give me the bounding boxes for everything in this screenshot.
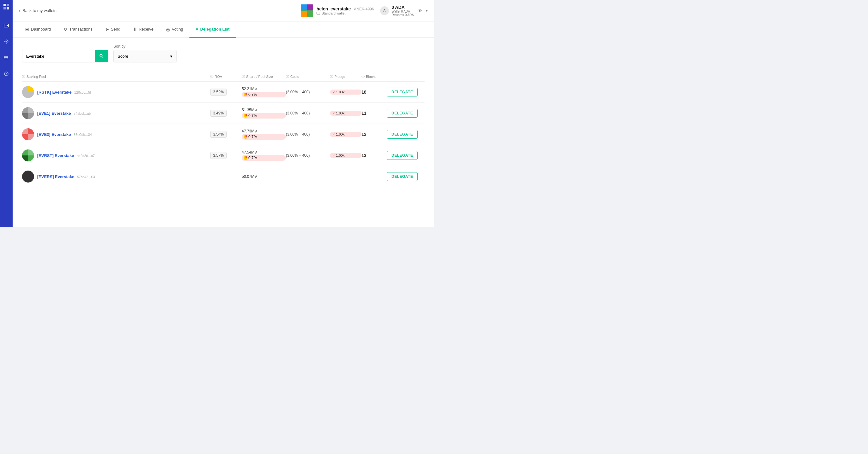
delegate-button[interactable]: DELEGATE [387, 109, 417, 118]
tab-transactions[interactable]: ↺ Transactions [57, 22, 99, 38]
share-cell: 47.54M ₳ 0.7% [242, 150, 286, 161]
wallet-name-text: helen_everstake [316, 6, 351, 11]
delegate-cell: DELEGATE [387, 88, 425, 96]
th-costs: ⓘ Costs [286, 74, 330, 79]
delegate-button[interactable]: DELEGATE [387, 130, 417, 139]
svg-point-6 [6, 41, 7, 42]
pledge-cell: ✓ 1.00k [330, 111, 362, 116]
table-row: [EVE3] Everstake 36e0db...34 3.54% 47.73… [22, 124, 425, 145]
ada-info: ₳ 0 ADA Wallet 0 ADA Rewards 0 ADA 👁 ▾ [380, 5, 428, 17]
share-amount: 52.21M ₳ [242, 87, 286, 91]
tab-voting-label: Voting [172, 27, 183, 32]
share-pct-badge: 0.7% [242, 134, 286, 140]
sidebar-item-wallet[interactable] [2, 21, 11, 31]
tab-send-label: Send [111, 27, 120, 32]
share-pct-badge: 0.7% [242, 113, 286, 119]
pool-name[interactable]: [EVE3] Everstake [37, 132, 71, 137]
pool-cell: [EVE1] Everstake e4abcf...ab [22, 107, 210, 119]
delegate-cell: DELEGATE [387, 151, 425, 160]
blocks-cell: 12 [362, 132, 387, 137]
sidebar-item-stake[interactable] [2, 69, 11, 79]
svg-rect-11 [317, 12, 320, 14]
table-body: [RSTK] Everstake 120ccc...5f 3.52% 52.21… [22, 82, 425, 187]
pledge-badge: ✓ 1.00k [330, 132, 362, 137]
costs-cell: (3.00% + 400) [286, 132, 330, 137]
pool-name[interactable]: [EVRST] Everstake [37, 153, 74, 158]
tab-delegation-list[interactable]: ≡ Delegation List [189, 22, 236, 38]
delegate-cell: DELEGATE [387, 172, 425, 181]
pie-chart-icon [244, 114, 247, 118]
tab-navigation: ⊞ Dashboard ↺ Transactions ➤ Send ⬇ Rece… [12, 22, 434, 38]
pool-logo [22, 128, 34, 140]
ada-total: 0 ADA [392, 5, 414, 10]
share-pct-badge: 0.7% [242, 92, 286, 97]
wallet-type-text: Standard wallet [321, 11, 345, 15]
pool-name[interactable]: [EVERS] Everstake [37, 174, 74, 179]
table-row: [EVRST] Everstake ac2d2d...c7 3.57% 47.5… [22, 145, 425, 166]
delegate-button[interactable]: DELEGATE [387, 172, 417, 181]
search-input[interactable] [22, 50, 95, 62]
pool-name[interactable]: [EVE1] Everstake [37, 111, 71, 116]
pool-cell: [EVERS] Everstake 57cb48...04 [22, 171, 210, 183]
svg-line-13 [102, 57, 103, 58]
pool-logo [22, 149, 34, 161]
sort-chevron-icon: ▾ [170, 54, 173, 59]
pledge-cell: ✓ 1.00k [330, 132, 362, 137]
th-staking-pool: ⓘ Staking Pool [22, 74, 210, 79]
pledge-check-icon: ✓ [333, 90, 335, 94]
delegate-button[interactable]: DELEGATE [387, 151, 417, 160]
receive-icon: ⬇ [133, 27, 137, 32]
search-button[interactable] [95, 50, 108, 62]
wallet-id: ANEK-4996 [354, 7, 374, 11]
dropdown-arrow-icon[interactable]: ▾ [426, 8, 428, 13]
sidebar-item-settings[interactable] [2, 37, 11, 47]
pool-logo [22, 86, 34, 98]
pledge-cell: ✓ 1.00k [330, 153, 362, 158]
share-amount: 51.35M ₳ [242, 108, 286, 112]
tab-receive[interactable]: ⬇ Receive [127, 22, 160, 38]
pool-id: 57cb48...04 [77, 175, 95, 179]
ada-icon: ₳ [380, 6, 389, 15]
voting-icon: ◎ [166, 27, 170, 32]
svg-rect-5 [7, 25, 8, 26]
sort-value: Score [118, 54, 128, 59]
table-header: ⓘ Staking Pool ⓘ ROA ⓘ Share / Pool Size… [22, 72, 425, 82]
tab-send[interactable]: ➤ Send [99, 22, 127, 38]
sort-select[interactable]: Score ▾ [114, 50, 177, 62]
tab-voting[interactable]: ◎ Voting [160, 22, 189, 38]
search-icon [99, 54, 104, 58]
search-sort-row: Sort by: Score ▾ [22, 44, 425, 62]
sidebar-item-cards[interactable] [2, 53, 11, 63]
wallet-type: Standard wallet [316, 11, 374, 15]
pool-id: e4abcf...ab [73, 112, 90, 115]
standard-wallet-icon [316, 11, 320, 15]
ada-amounts: 0 ADA Wallet 0 ADA Rewards 0 ADA [392, 5, 414, 17]
pool-cell: [EVRST] Everstake ac2d2d...c7 [22, 149, 210, 161]
pie-chart-icon [244, 93, 247, 96]
wallet-name: helen_everstake ANEK-4996 [316, 6, 374, 11]
header: ‹ Back to my wallets helen_everstake ANE… [12, 0, 434, 22]
wallet-text: helen_everstake ANEK-4996 Standard walle… [316, 6, 374, 15]
roa-cell: 3.57% [210, 152, 242, 159]
pool-name[interactable]: [RSTK] Everstake [37, 90, 71, 95]
roa-cell: 3.52% [210, 89, 242, 95]
tab-dashboard[interactable]: ⊞ Dashboard [19, 22, 57, 38]
blocks-cell: 18 [362, 90, 387, 95]
th-roa: ⓘ ROA [210, 74, 242, 79]
roa-badge: 3.54% [210, 131, 227, 138]
roa-cell: 3.54% [210, 131, 242, 138]
delegate-button[interactable]: DELEGATE [387, 88, 417, 96]
main-content: ‹ Back to my wallets helen_everstake ANE… [12, 0, 434, 227]
pool-cell: [EVE3] Everstake 36e0db...34 [22, 128, 210, 140]
avatar [301, 4, 313, 17]
share-amount: 47.73M ₳ [242, 129, 286, 133]
pool-cell: [RSTK] Everstake 120ccc...5f [22, 86, 210, 98]
back-button[interactable]: ‹ Back to my wallets [19, 8, 56, 13]
delegation-icon: ≡ [196, 27, 198, 32]
app-logo [3, 3, 10, 12]
table-row: [RSTK] Everstake 120ccc...5f 3.52% 52.21… [22, 82, 425, 103]
roa-badge: 3.49% [210, 110, 227, 117]
eye-icon[interactable]: 👁 [417, 8, 422, 13]
back-label: Back to my wallets [22, 8, 56, 13]
costs-cell: (3.00% + 400) [286, 90, 330, 94]
